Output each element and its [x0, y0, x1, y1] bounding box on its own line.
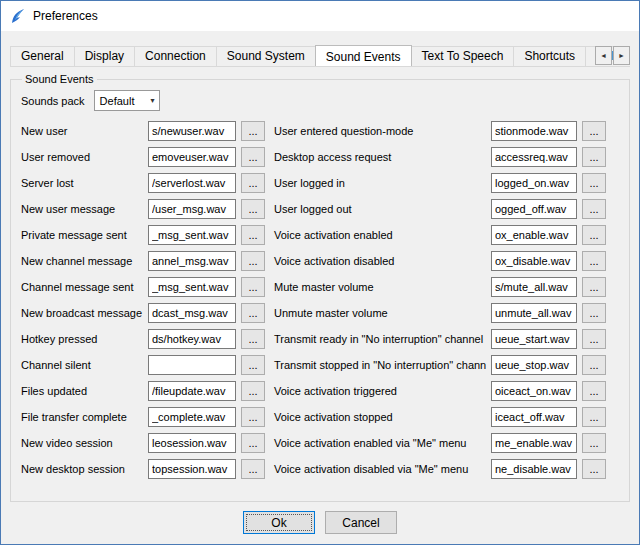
browse-new-user-message-button[interactable]: ... [241, 199, 265, 219]
tab-text-to-speech[interactable]: Text To Speech [411, 46, 515, 66]
browse-channel-message-sent-button[interactable]: ... [241, 277, 265, 297]
label-files-updated: Files updated [21, 385, 143, 397]
browse-voice-activation-stopped-button[interactable]: ... [582, 407, 606, 427]
tab-general[interactable]: General [10, 46, 75, 66]
browse-voice-activation-disabled-button[interactable]: ... [582, 251, 606, 271]
browse-new-broadcast-message-button[interactable]: ... [241, 303, 265, 323]
label-voice-activation-triggered: Voice activation triggered [270, 385, 486, 397]
input-mute-master-volume[interactable] [491, 277, 577, 297]
input-voice-activation-enabled-via-me-menu[interactable] [491, 433, 577, 453]
input-voice-activation-triggered[interactable] [491, 381, 577, 401]
label-transmit-stopped-in-no-interruption-channel: Transmit stopped in "No interruption" ch… [270, 359, 486, 371]
window-title: Preferences [33, 9, 98, 23]
input-voice-activation-enabled[interactable] [491, 225, 577, 245]
tab-sound-events[interactable]: Sound Events [315, 45, 412, 66]
browse-file-transfer-complete-button[interactable]: ... [241, 407, 265, 427]
label-channel-message-sent: Channel message sent [21, 281, 143, 293]
browse-voice-activation-disabled-via-me-menu-button[interactable]: ... [582, 459, 606, 479]
label-file-transfer-complete: File transfer complete [21, 411, 143, 423]
sound-events-group: Sound Events Sounds pack Default ▾ New u… [10, 73, 630, 502]
input-unmute-master-volume[interactable] [491, 303, 577, 323]
sound-events-grid: New user...User entered question-mode...… [21, 121, 619, 479]
input-file-transfer-complete[interactable] [148, 407, 236, 427]
browse-user-entered-question-mode-button[interactable]: ... [582, 121, 606, 141]
label-user-entered-question-mode: User entered question-mode [270, 125, 486, 137]
browse-new-video-session-button[interactable]: ... [241, 433, 265, 453]
label-user-logged-out: User logged out [270, 203, 486, 215]
browse-new-user-button[interactable]: ... [241, 121, 265, 141]
label-user-removed: User removed [21, 151, 143, 163]
label-desktop-access-request: Desktop access request [270, 151, 486, 163]
sounds-pack-value: Default [100, 95, 135, 107]
label-new-desktop-session: New desktop session [21, 463, 143, 475]
label-new-channel-message: New channel message [21, 255, 143, 267]
input-voice-activation-stopped[interactable] [491, 407, 577, 427]
cancel-button[interactable]: Cancel [325, 511, 397, 534]
label-private-message-sent: Private message sent [21, 229, 143, 241]
sounds-pack-label: Sounds pack [21, 95, 85, 107]
input-new-user-message[interactable] [148, 199, 236, 219]
label-new-broadcast-message: New broadcast message [21, 307, 143, 319]
browse-transmit-stopped-in-no-interruption-channel-button[interactable]: ... [582, 355, 606, 375]
tab-display[interactable]: Display [74, 46, 135, 66]
input-transmit-stopped-in-no-interruption-channel[interactable] [491, 355, 577, 375]
input-server-lost[interactable] [148, 173, 236, 193]
browse-new-desktop-session-button[interactable]: ... [241, 459, 265, 479]
titlebar[interactable]: Preferences [1, 1, 639, 31]
input-channel-silent[interactable] [148, 355, 236, 375]
browse-voice-activation-triggered-button[interactable]: ... [582, 381, 606, 401]
label-channel-silent: Channel silent [21, 359, 143, 371]
input-new-broadcast-message[interactable] [148, 303, 236, 323]
browse-user-logged-out-button[interactable]: ... [582, 199, 606, 219]
browse-new-channel-message-button[interactable]: ... [241, 251, 265, 271]
input-new-user[interactable] [148, 121, 236, 141]
label-voice-activation-disabled: Voice activation disabled [270, 255, 486, 267]
label-voice-activation-enabled-via-me-menu: Voice activation enabled via "Me" menu [270, 437, 486, 449]
dialog-button-row: Ok Cancel [10, 502, 630, 536]
label-new-video-session: New video session [21, 437, 143, 449]
input-desktop-access-request[interactable] [491, 147, 577, 167]
input-private-message-sent[interactable] [148, 225, 236, 245]
browse-unmute-master-volume-button[interactable]: ... [582, 303, 606, 323]
tab-connection[interactable]: Connection [134, 46, 217, 66]
input-transmit-ready-in-no-interruption-channel[interactable] [491, 329, 577, 349]
label-new-user-message: New user message [21, 203, 143, 215]
input-channel-message-sent[interactable] [148, 277, 236, 297]
browse-voice-activation-enabled-via-me-menu-button[interactable]: ... [582, 433, 606, 453]
browse-user-logged-in-button[interactable]: ... [582, 173, 606, 193]
sounds-pack-select[interactable]: Default ▾ [94, 90, 160, 111]
browse-private-message-sent-button[interactable]: ... [241, 225, 265, 245]
browse-transmit-ready-in-no-interruption-channel-button[interactable]: ... [582, 329, 606, 349]
label-mute-master-volume: Mute master volume [270, 281, 486, 293]
input-new-channel-message[interactable] [148, 251, 236, 271]
input-voice-activation-disabled-via-me-menu[interactable] [491, 459, 577, 479]
input-user-logged-out[interactable] [491, 199, 577, 219]
input-new-video-session[interactable] [148, 433, 236, 453]
tab-scroll-control: ◄ ► [594, 46, 630, 65]
browse-voice-activation-enabled-button[interactable]: ... [582, 225, 606, 245]
tab-shortcuts[interactable]: Shortcuts [513, 46, 586, 66]
tab-scroll-left-button[interactable]: ◄ [595, 46, 612, 65]
browse-server-lost-button[interactable]: ... [241, 173, 265, 193]
browse-hotkey-pressed-button[interactable]: ... [241, 329, 265, 349]
tab-scroll-right-button[interactable]: ► [613, 46, 630, 65]
browse-channel-silent-button[interactable]: ... [241, 355, 265, 375]
input-hotkey-pressed[interactable] [148, 329, 236, 349]
browse-user-removed-button[interactable]: ... [241, 147, 265, 167]
browse-mute-master-volume-button[interactable]: ... [582, 277, 606, 297]
browse-files-updated-button[interactable]: ... [241, 381, 265, 401]
tab-sound-system[interactable]: Sound System [216, 46, 316, 66]
preferences-window: Preferences GeneralDisplayConnectionSoun… [0, 0, 640, 545]
input-user-removed[interactable] [148, 147, 236, 167]
input-user-entered-question-mode[interactable] [491, 121, 577, 141]
sounds-pack-row: Sounds pack Default ▾ [21, 90, 619, 111]
tab-page-sound-events: Sound Events Sounds pack Default ▾ New u… [1, 67, 639, 544]
input-voice-activation-disabled[interactable] [491, 251, 577, 271]
input-user-logged-in[interactable] [491, 173, 577, 193]
ok-button[interactable]: Ok [243, 511, 315, 534]
tab-list: GeneralDisplayConnectionSound SystemSoun… [10, 44, 630, 66]
input-files-updated[interactable] [148, 381, 236, 401]
browse-desktop-access-request-button[interactable]: ... [582, 147, 606, 167]
input-new-desktop-session[interactable] [148, 459, 236, 479]
tab-bar: GeneralDisplayConnectionSound SystemSoun… [10, 44, 630, 67]
